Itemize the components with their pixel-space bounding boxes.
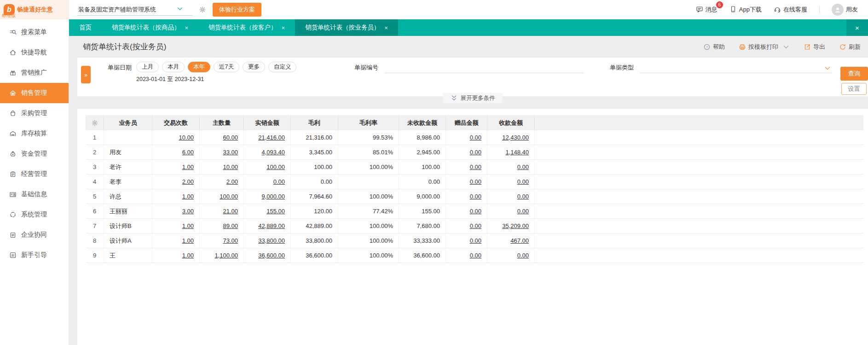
drill-link[interactable]: 33.00: [200, 145, 244, 159]
sidebar-item-search[interactable]: 搜索菜单: [0, 22, 69, 42]
date-pill[interactable]: 更多: [243, 62, 265, 72]
gear-icon[interactable]: [199, 6, 206, 13]
drill-link[interactable]: 21.00: [200, 204, 244, 218]
drill-link[interactable]: 10.00: [152, 130, 200, 145]
query-button[interactable]: 查询: [840, 67, 868, 81]
tab[interactable]: 首页: [69, 19, 102, 36]
system-select[interactable]: 装备及固定资产辅助管理系统: [77, 4, 192, 16]
close-icon[interactable]: ×: [185, 24, 189, 31]
date-pill[interactable]: 本年: [188, 62, 210, 72]
drill-link[interactable]: 0.00: [446, 145, 487, 159]
expand-more-conditions[interactable]: 展开更多条件: [443, 93, 503, 103]
drill-link[interactable]: 60.00: [200, 130, 244, 145]
drill-link[interactable]: 0.00: [446, 204, 487, 218]
row-index: 8: [86, 234, 104, 248]
drill-link[interactable]: 0.00: [487, 248, 535, 263]
drill-link[interactable]: 100.00: [244, 160, 291, 174]
drill-link[interactable]: 21,416.00: [244, 130, 291, 145]
drill-link[interactable]: 1.00: [152, 219, 200, 233]
close-all-tabs-button[interactable]: ×: [846, 19, 868, 36]
date-pill[interactable]: 本月: [162, 62, 185, 72]
close-icon[interactable]: ×: [282, 24, 285, 31]
drill-link[interactable]: 1.00: [152, 160, 200, 174]
refresh-button[interactable]: 刷新: [839, 43, 861, 51]
drill-link[interactable]: 35,209.00: [487, 219, 535, 233]
drill-link[interactable]: 0.00: [446, 160, 487, 174]
sidebar-item-home[interactable]: 快捷导航: [0, 42, 69, 63]
drill-link[interactable]: 42,889.00: [244, 219, 291, 233]
search-icon: [9, 29, 17, 36]
print-by-template-button[interactable]: 按模板打印: [739, 43, 790, 51]
trial-plan-button[interactable]: 体验行业方案: [213, 3, 261, 17]
sidebar-item-sync[interactable]: 企业协同: [0, 225, 69, 245]
drill-link[interactable]: 2.00: [152, 175, 200, 189]
drill-link[interactable]: 0.00: [446, 234, 487, 248]
drill-link[interactable]: 155.00: [244, 204, 291, 218]
drill-link[interactable]: 100.00: [200, 189, 244, 204]
collapse-filter-button[interactable]: »: [81, 66, 91, 83]
export-button[interactable]: 导出: [804, 43, 825, 51]
column-settings-button[interactable]: [86, 115, 104, 130]
online-service-button[interactable]: 在线客服: [774, 6, 807, 14]
drill-link[interactable]: 0.00: [446, 175, 487, 189]
tab-label: 销货单统计表（按客户）: [208, 23, 277, 32]
drill-link[interactable]: 73.00: [200, 234, 244, 248]
sidebar-item-guide[interactable]: 新 新手引导: [0, 245, 69, 265]
sidebar-item-card[interactable]: 基础信息: [0, 184, 69, 205]
sidebar-item-bag[interactable]: 采购管理: [0, 103, 69, 123]
drill-link[interactable]: 1.00: [152, 234, 200, 248]
drill-link[interactable]: 1,100.00: [200, 248, 244, 263]
chevron-down-icon[interactable]: [782, 43, 790, 51]
date-pill[interactable]: 上月: [136, 62, 159, 72]
sidebar-item-gift[interactable]: 营销推广: [0, 63, 69, 83]
sidebar-item-money[interactable]: 资金管理: [0, 144, 69, 164]
drill-link[interactable]: 0.00: [487, 160, 535, 174]
drill-link[interactable]: 89.00: [200, 219, 244, 233]
drill-link[interactable]: 1.00: [152, 248, 200, 263]
sidebar-item-system[interactable]: 系统管理: [0, 205, 69, 225]
drill-link[interactable]: 0.00: [487, 204, 535, 218]
drill-link[interactable]: 0.00: [446, 130, 487, 145]
close-icon[interactable]: ×: [384, 24, 388, 31]
drill-link[interactable]: 10.00: [200, 160, 244, 174]
drill-link[interactable]: 0.00: [244, 175, 291, 189]
drill-link[interactable]: 0.00: [446, 189, 487, 204]
messages-button[interactable]: 消息 6: [696, 6, 718, 14]
drill-link[interactable]: 9,000.00: [244, 189, 291, 204]
table-cell-filler: [535, 248, 863, 263]
tab[interactable]: 销货单统计表（按业务员） ×: [295, 19, 398, 36]
drill-link[interactable]: 4,093.40: [244, 145, 291, 159]
drill-link[interactable]: 33,800.00: [244, 234, 291, 248]
drill-link[interactable]: 12,430.00: [487, 130, 535, 145]
drill-link[interactable]: 467.00: [487, 234, 535, 248]
drill-link[interactable]: 2.00: [200, 175, 244, 189]
drill-link[interactable]: 0.00: [487, 189, 535, 204]
drill-link[interactable]: 0.00: [487, 175, 535, 189]
tab[interactable]: 销货单统计表（按商品） ×: [102, 19, 198, 36]
sidebar-item-warehouse[interactable]: 库存核算: [0, 123, 69, 144]
drill-link[interactable]: 0.00: [446, 248, 487, 263]
drill-link[interactable]: 1.00: [152, 189, 200, 204]
help-button[interactable]: ? 帮助: [703, 43, 725, 51]
app-download-button[interactable]: App下载: [729, 6, 762, 14]
tab[interactable]: 销货单统计表（按客户） ×: [198, 19, 295, 36]
doc-no-input[interactable]: [385, 61, 584, 73]
date-pill[interactable]: 近7天: [214, 62, 239, 72]
sidebar-item-clipboard[interactable]: 经营管理: [0, 164, 69, 184]
drill-link[interactable]: 6.00: [152, 145, 200, 159]
doc-type-input[interactable]: [640, 61, 832, 73]
drill-link[interactable]: 1,148.40: [487, 145, 535, 159]
drill-link[interactable]: 0.00: [446, 219, 487, 233]
date-range-value[interactable]: 2023-01-01 至 2023-12-31: [136, 76, 204, 83]
edition-label: 标准版: [2, 12, 16, 19]
date-pill[interactable]: 自定义: [268, 62, 297, 72]
drill-link[interactable]: 3.00: [152, 204, 200, 218]
settings-button[interactable]: 设置: [841, 83, 867, 95]
sidebar-item-sale[interactable]: 销售管理: [0, 83, 69, 103]
drill-link[interactable]: 36,600.00: [244, 248, 291, 263]
table-body: 1 10.0060.0021,416.0021,316.0099.53%8,98…: [86, 130, 863, 263]
cell-salesperson: 设计师A: [104, 234, 152, 248]
user-menu[interactable]: 用友: [832, 4, 858, 16]
cell-salesperson: 许总: [104, 189, 152, 204]
chevron-down-icon[interactable]: [824, 64, 831, 72]
